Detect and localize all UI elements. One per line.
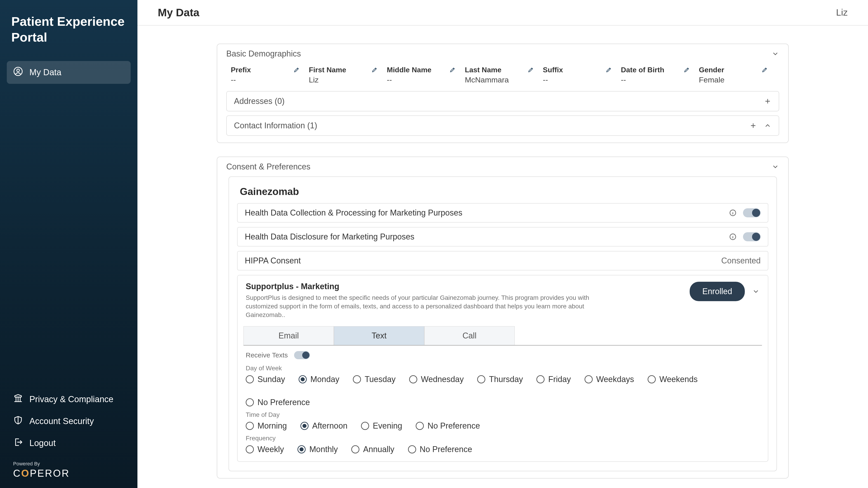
day-option[interactable]: Sunday	[246, 375, 285, 384]
field-dob: Date of Birth --	[621, 66, 697, 84]
header-user: Liz	[836, 7, 848, 18]
panel-title: Consent & Preferences	[226, 162, 310, 171]
panel-consent: Consent & Preferences Gainezomab Health …	[217, 157, 789, 479]
radio-label: Thursday	[489, 375, 523, 384]
contact-row[interactable]: Contact Information (1)	[226, 116, 779, 136]
day-option[interactable]: Monday	[299, 375, 339, 384]
day-option[interactable]: Wednesday	[409, 375, 464, 384]
pencil-icon[interactable]	[371, 67, 378, 74]
sidebar-item-logout[interactable]: Logout	[7, 432, 131, 454]
user-circle-icon	[13, 66, 23, 78]
day-option[interactable]: Weekends	[648, 375, 698, 384]
pencil-icon[interactable]	[606, 67, 612, 74]
toggle-switch[interactable]	[294, 351, 310, 359]
receive-texts-row: Receive Texts	[246, 351, 760, 359]
freq-label: Frequency	[246, 435, 760, 442]
toggle-switch[interactable]	[743, 208, 761, 217]
enrolled-button[interactable]: Enrolled	[690, 282, 745, 301]
header: My Data Liz	[137, 0, 868, 26]
radio-icon	[648, 375, 656, 383]
day-option[interactable]: Thursday	[477, 375, 523, 384]
support-title: Supportplus - Marketing	[246, 282, 619, 291]
radio-icon	[299, 375, 307, 383]
pencil-icon[interactable]	[684, 67, 690, 74]
time-option[interactable]: No Preference	[416, 421, 480, 431]
day-option[interactable]: Tuesday	[353, 375, 396, 384]
panel-header-consent[interactable]: Consent & Preferences	[217, 157, 788, 176]
field-value: --	[543, 75, 619, 84]
support-card: Supportplus - Marketing SupportPlus is d…	[237, 275, 768, 462]
plus-icon[interactable]	[764, 97, 772, 105]
tab-body-text: Receive Texts Day of Week SundayMondayTu…	[238, 346, 768, 461]
consent-row-collection: Health Data Collection & Processing for …	[237, 203, 768, 223]
field-value: Liz	[309, 75, 384, 84]
pencil-icon[interactable]	[293, 67, 300, 74]
pencil-icon[interactable]	[528, 67, 534, 74]
panel-demographics: Basic Demographics Prefix -- First Name	[217, 43, 789, 143]
freq-option[interactable]: Annually	[351, 445, 394, 454]
powered-label: Powered By	[13, 461, 124, 467]
field-prefix: Prefix --	[231, 66, 307, 84]
freq-option[interactable]: Monthly	[298, 445, 338, 454]
info-icon[interactable]	[729, 233, 737, 240]
day-option[interactable]: Friday	[536, 375, 571, 384]
day-option[interactable]: No Preference	[246, 398, 310, 407]
freq-option[interactable]: No Preference	[408, 445, 472, 454]
toggle-switch[interactable]	[743, 232, 761, 241]
sidebar-item-my-data[interactable]: My Data	[7, 61, 131, 84]
support-header: Supportplus - Marketing SupportPlus is d…	[238, 275, 768, 323]
page-title: My Data	[158, 6, 199, 19]
receive-label: Receive Texts	[246, 351, 288, 359]
radio-icon	[246, 422, 254, 430]
content-scroll[interactable]: Basic Demographics Prefix -- First Name	[137, 26, 868, 488]
demographics-body: Prefix -- First Name Liz Middle Name --	[217, 64, 788, 142]
time-option[interactable]: Morning	[246, 421, 287, 431]
consent-row-disclosure: Health Data Disclosure for Marketing Pur…	[237, 227, 768, 247]
svg-point-1	[17, 69, 20, 72]
freq-option[interactable]: Weekly	[246, 445, 284, 454]
contact-label: Contact Information (1)	[234, 121, 317, 130]
radio-icon	[351, 445, 360, 453]
radio-label: Weekdays	[596, 375, 634, 384]
radio-icon	[536, 375, 545, 383]
field-value: --	[387, 75, 463, 84]
sidebar-item-label: Privacy & Compliance	[29, 394, 114, 404]
tab-text[interactable]: Text	[334, 326, 424, 345]
chevron-down-icon[interactable]	[772, 163, 779, 170]
pencil-icon[interactable]	[450, 67, 456, 74]
info-icon[interactable]	[729, 209, 737, 217]
radio-icon	[416, 422, 424, 430]
addresses-row[interactable]: Addresses (0)	[226, 91, 779, 111]
chevron-up-icon[interactable]	[764, 122, 772, 129]
tab-call[interactable]: Call	[424, 326, 515, 345]
time-option[interactable]: Evening	[361, 421, 402, 431]
plus-icon[interactable]	[749, 122, 757, 129]
chevron-down-icon[interactable]	[772, 50, 779, 58]
sidebar-item-privacy[interactable]: Privacy & Compliance	[7, 388, 131, 410]
day-option[interactable]: Weekdays	[585, 375, 634, 384]
panel-header-demographics[interactable]: Basic Demographics	[217, 44, 788, 64]
tab-email[interactable]: Email	[243, 326, 334, 345]
pencil-icon[interactable]	[762, 67, 768, 74]
field-middle-name: Middle Name --	[387, 66, 463, 84]
contact-pref-tabs: Email Text Call	[243, 326, 762, 346]
time-option[interactable]: Afternoon	[301, 421, 347, 431]
radio-label: Monthly	[309, 445, 338, 454]
radio-label: Weekends	[659, 375, 698, 384]
radio-label: Morning	[257, 421, 287, 431]
field-value: --	[621, 75, 697, 84]
sidebar-item-security[interactable]: Account Security	[7, 410, 131, 432]
sidebar-footer: Privacy & Compliance Account Security Lo…	[7, 388, 131, 479]
chevron-down-icon[interactable]	[752, 288, 760, 295]
day-options: SundayMondayTuesdayWednesdayThursdayFrid…	[246, 375, 760, 407]
radio-icon	[246, 445, 254, 453]
radio-icon	[361, 422, 369, 430]
radio-label: Sunday	[257, 375, 285, 384]
radio-icon	[301, 422, 309, 430]
main: My Data Liz Basic Demographics Prefix --	[137, 0, 868, 488]
field-gender: Gender Female	[699, 66, 775, 84]
radio-icon	[408, 445, 416, 453]
consent-label: HIPPA Consent	[245, 256, 301, 265]
brand-title: Patient Experience Portal	[7, 13, 131, 45]
time-options: MorningAfternoonEveningNo Preference	[246, 421, 760, 431]
